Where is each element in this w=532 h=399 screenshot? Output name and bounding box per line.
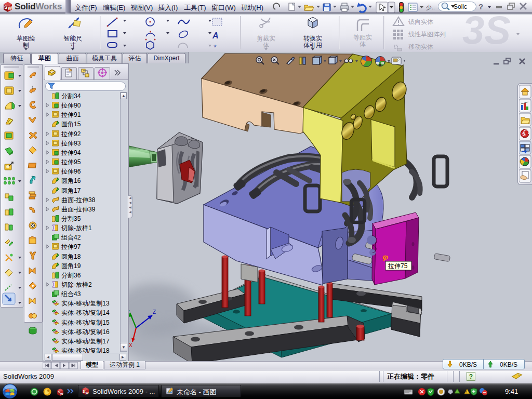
svg-text:拉伸75: 拉伸75 [388,262,408,270]
svg-text:*: * [214,43,217,51]
svg-text:A: A [212,31,219,40]
svg-text:W: W [86,391,89,395]
svg-text:!: ! [466,390,467,394]
svg-text:W: W [60,392,63,395]
svg-text:X: X [129,342,132,348]
svg-text:W: W [8,5,12,11]
svg-text:S: S [83,390,85,393]
svg-text:S: S [4,4,7,10]
svg-text:少..: 少.. [426,4,435,10]
svg-text:Z: Z [153,309,156,315]
svg-text:S: S [58,391,60,394]
